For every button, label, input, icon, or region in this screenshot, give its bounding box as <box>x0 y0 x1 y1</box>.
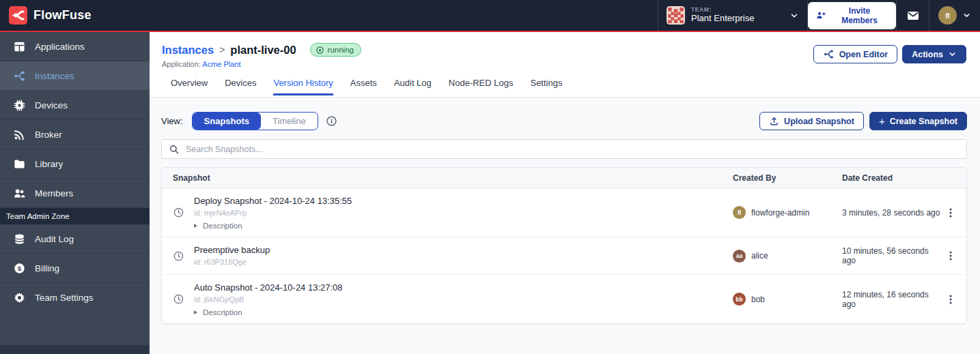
instance-tabs: Overview Devices Version History Assets … <box>171 78 980 95</box>
sidebar-item-label: Devices <box>35 100 68 110</box>
date-created: 10 minutes, 56 seconds ago <box>842 246 944 265</box>
sidebar-item-devices[interactable]: Devices <box>0 91 150 120</box>
breadcrumb-separator: > <box>219 44 225 55</box>
tab-settings[interactable]: Settings <box>530 78 562 95</box>
description-toggle[interactable]: Description <box>194 308 343 316</box>
sidebar-item-label: Applications <box>35 42 85 52</box>
snapshot-id: id: j6kNGjrQpB <box>194 295 343 305</box>
sidebar-item-billing[interactable]: $ Billing <box>0 254 150 283</box>
folder-icon <box>13 158 26 171</box>
application-label: Application: <box>162 60 201 68</box>
search-icon <box>169 144 180 155</box>
tab-node-red-logs[interactable]: Node-RED Logs <box>449 78 514 95</box>
kebab-menu-icon[interactable] <box>944 207 957 219</box>
triangle-right-icon <box>194 310 197 314</box>
version-history-body: View: Snapshots Timeline Upload Snap <box>150 98 980 354</box>
sidebar-item-label: Billing <box>35 263 59 274</box>
flowfuse-logo-icon <box>9 6 27 25</box>
view-label: View: <box>161 116 183 126</box>
snapshot-id: id: r63P316Qge <box>194 257 270 267</box>
open-editor-button[interactable]: Open Editor <box>813 45 898 63</box>
notifications-button[interactable] <box>896 0 929 31</box>
toggle-snapshots[interactable]: Snapshots <box>193 113 261 130</box>
plus-icon: + <box>879 115 885 127</box>
sidebar-item-label: Library <box>35 159 63 169</box>
date-created: 3 minutes, 28 seconds ago <box>842 208 944 218</box>
date-created: 12 minutes, 16 seconds ago <box>842 290 944 309</box>
sidebar-item-audit-log[interactable]: Audit Log <box>0 224 150 254</box>
sidebar-item-members[interactable]: Members <box>0 179 150 208</box>
creator-name: alice <box>751 251 768 261</box>
sidebar-item-label: Broker <box>35 130 62 140</box>
user-menu[interactable]: fl <box>929 0 980 31</box>
application-link[interactable]: Acme Plant <box>202 60 240 68</box>
sidebar-item-applications[interactable]: Applications <box>0 32 150 61</box>
dollar-circle-icon: $ <box>13 262 26 275</box>
column-header-date-created: Date Created <box>842 173 944 183</box>
create-snapshot-button[interactable]: + Create Snapshot <box>869 112 967 130</box>
tab-version-history[interactable]: Version History <box>273 78 333 95</box>
column-header-created-by: Created By <box>733 173 842 183</box>
sidebar-item-library[interactable]: Library <box>0 149 150 179</box>
upload-snapshot-button[interactable]: Upload Snapshot <box>759 112 864 130</box>
brand-name: FlowFuse <box>33 8 92 23</box>
sidebar-item-label: Team Settings <box>35 293 94 303</box>
sidebar-footer <box>0 345 150 354</box>
breadcrumb-instances-link[interactable]: Instances <box>162 44 214 57</box>
running-status-icon <box>316 46 324 55</box>
instance-name: plant-live-00 <box>230 44 296 57</box>
actions-button[interactable]: Actions <box>902 45 966 63</box>
description-label: Description <box>203 222 242 230</box>
tab-devices[interactable]: Devices <box>225 78 256 95</box>
creator-name: flowforge-admin <box>751 208 809 218</box>
open-editor-label: Open Editor <box>839 50 888 59</box>
info-icon[interactable] <box>326 115 337 127</box>
creator-name: bob <box>751 295 765 304</box>
sidebar-item-label: Instances <box>35 71 74 81</box>
sidebar: Applications Instances Devices <box>0 32 150 354</box>
sidebar-spacer <box>0 312 150 345</box>
table-row: Deploy Snapshot - 2024-10-24 13:35:55 id… <box>162 188 966 237</box>
clock-icon <box>173 293 184 305</box>
table-header: Snapshot Created By Date Created <box>162 168 966 188</box>
triangle-right-icon <box>194 224 197 228</box>
creator-avatar: aa <box>733 250 746 263</box>
snapshot-title: Deploy Snapshot - 2024-10-24 13:35:55 <box>194 195 352 207</box>
clock-icon <box>173 207 184 218</box>
database-icon <box>13 233 26 246</box>
snapshot-id: id: mjeN4eAPrp <box>194 208 352 218</box>
sidebar-item-label: Members <box>35 188 73 198</box>
upload-icon <box>769 116 779 126</box>
column-header-snapshot: Snapshot <box>162 173 733 183</box>
toggle-timeline[interactable]: Timeline <box>261 113 318 130</box>
table-row: Preemptive backup id: r63P316Qge aa alic… <box>162 237 966 275</box>
invite-members-button[interactable]: Invite Members <box>808 2 896 29</box>
team-selector[interactable]: TEAM: Plant Enterprise <box>658 0 807 31</box>
chevron-down-icon <box>789 11 799 20</box>
tab-audit-log[interactable]: Audit Log <box>394 78 432 95</box>
search-input[interactable] <box>186 145 966 154</box>
team-avatar <box>667 6 685 25</box>
search-bar <box>161 139 967 159</box>
status-label: running <box>328 46 354 54</box>
kebab-menu-icon[interactable] <box>944 250 957 262</box>
description-label: Description <box>203 308 242 316</box>
sidebar-item-label: Audit Log <box>35 234 74 244</box>
sidebar-item-team-settings[interactable]: Team Settings <box>0 283 150 312</box>
brand: FlowFuse <box>0 0 658 31</box>
user-plus-icon <box>815 10 826 20</box>
table-row: Auto Snapshot - 2024-10-24 13:27:08 id: … <box>162 275 966 323</box>
view-toggle: Snapshots Timeline <box>192 112 318 130</box>
invite-members-label: Invite Members <box>830 6 888 25</box>
tab-overview[interactable]: Overview <box>171 78 208 95</box>
status-badge: running <box>310 43 361 57</box>
clock-icon <box>173 250 184 262</box>
kebab-menu-icon[interactable] <box>944 293 957 306</box>
sidebar-item-instances[interactable]: Instances <box>0 61 150 91</box>
applications-icon <box>13 40 26 53</box>
creator-avatar: fl <box>733 206 746 219</box>
description-toggle[interactable]: Description <box>194 222 352 230</box>
sidebar-section-team-admin-zone: Team Admin Zone <box>0 208 150 224</box>
tab-assets[interactable]: Assets <box>350 78 377 95</box>
sidebar-item-broker[interactable]: Broker <box>0 120 150 149</box>
